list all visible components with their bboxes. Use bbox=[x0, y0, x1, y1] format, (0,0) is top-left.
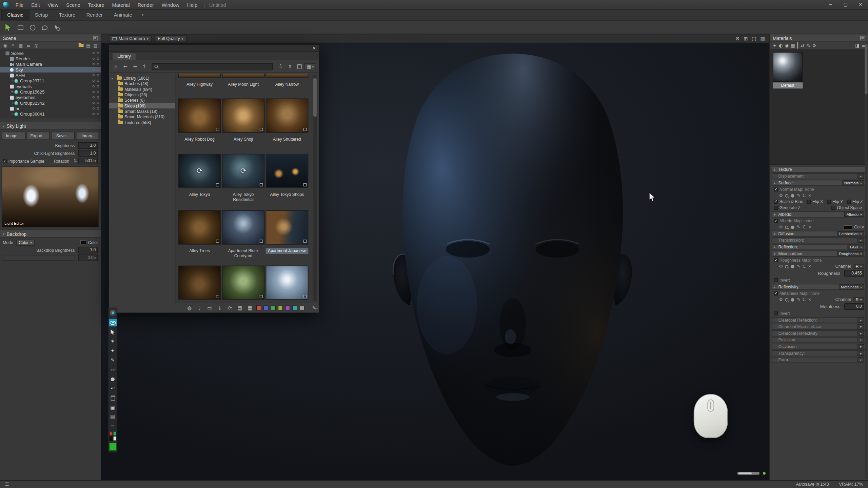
green-swatch[interactable] bbox=[113, 431, 116, 436]
forward-icon[interactable]: → bbox=[131, 62, 139, 70]
flip-z-checkbox[interactable] bbox=[847, 200, 851, 203]
section-albedo[interactable]: ▾ Albedo: Albedo▾ bbox=[772, 211, 866, 218]
visibility-icon[interactable] bbox=[97, 52, 99, 54]
paint-material-icon[interactable]: ✎ bbox=[807, 43, 810, 48]
reflectivity-type-select[interactable]: Metalness▾ bbox=[839, 284, 864, 289]
section-extra[interactable]: Extra:▾ bbox=[772, 357, 866, 363]
material-thumbnail[interactable] bbox=[773, 52, 803, 82]
quality-select[interactable]: Full Quality ▾ bbox=[155, 35, 187, 42]
pipette-icon[interactable]: ◉ bbox=[785, 43, 789, 48]
folder-skies[interactable]: Skies (199) bbox=[109, 103, 175, 108]
tree-expander[interactable]: + bbox=[10, 112, 14, 116]
section-emission[interactable]: Emission:▾ bbox=[772, 337, 866, 343]
magnifier-icon[interactable] bbox=[785, 225, 788, 229]
thumbnail-checkbox[interactable] bbox=[260, 128, 263, 131]
remove-icon[interactable]: × bbox=[808, 193, 812, 198]
trash-icon[interactable] bbox=[797, 43, 798, 48]
thumbnail-checkbox[interactable] bbox=[303, 240, 307, 243]
filter-icon[interactable]: ◨ bbox=[855, 43, 859, 48]
black-swatch[interactable] bbox=[109, 436, 113, 441]
lock-icon[interactable] bbox=[93, 96, 95, 99]
collapse-arrow-icon[interactable]: ▸ bbox=[774, 168, 778, 171]
thumbnail-image[interactable]: ⟳ bbox=[222, 154, 265, 188]
tab-classic[interactable]: Classic bbox=[1, 10, 29, 20]
menu-render[interactable]: Render bbox=[134, 0, 158, 9]
thumbnail-checkbox[interactable] bbox=[216, 128, 219, 131]
diffusion-type-select[interactable]: Lambertian▾ bbox=[837, 231, 864, 236]
download-icon[interactable]: ⇩ bbox=[196, 304, 203, 312]
visibility-icon[interactable] bbox=[97, 68, 99, 71]
thumbnail-image[interactable] bbox=[266, 266, 309, 300]
tab-render[interactable]: Render bbox=[81, 10, 108, 20]
visibility-tool-icon[interactable] bbox=[109, 319, 117, 326]
droplet-icon[interactable]: ● bbox=[791, 297, 794, 302]
collapse-arrow-icon[interactable]: ▾ bbox=[774, 285, 778, 289]
folder-expander[interactable]: ▾ bbox=[111, 76, 115, 80]
rotation-stepper-icon[interactable]: ⇅ bbox=[73, 159, 78, 163]
generate-z-checkbox[interactable] bbox=[774, 206, 777, 209]
capture-tool-icon[interactable]: ▤ bbox=[109, 413, 117, 421]
library-thumbnail[interactable]: Alley Tokyo Shops bbox=[266, 154, 309, 198]
tree-item-eyelashes[interactable]: eyelashes bbox=[0, 95, 101, 100]
library-tab[interactable]: Library bbox=[112, 52, 137, 60]
trash-icon[interactable] bbox=[109, 394, 117, 402]
thumbnail-image[interactable] bbox=[266, 99, 309, 133]
albedo-map-checkbox[interactable] bbox=[774, 219, 777, 223]
split-view-icon[interactable]: ⊞ bbox=[744, 36, 748, 41]
section-select[interactable]: ▾ bbox=[857, 331, 864, 336]
magic-brush-icon[interactable]: ✶ bbox=[109, 338, 117, 345]
lock-icon[interactable] bbox=[93, 102, 95, 104]
filter-purple-swatch[interactable] bbox=[285, 305, 290, 310]
section-displacement[interactable]: Displacement: ▾ bbox=[772, 173, 866, 179]
rect-select-icon[interactable] bbox=[16, 23, 24, 32]
library-thumbnail-selected[interactable]: Apartment Japanese bbox=[266, 210, 309, 254]
lasso-select-icon[interactable] bbox=[40, 23, 48, 32]
folder-textures[interactable]: Textures (558) bbox=[109, 120, 175, 125]
filter-blue-swatch[interactable] bbox=[263, 305, 269, 310]
white-swatch[interactable] bbox=[113, 436, 116, 441]
magnifier-icon[interactable] bbox=[785, 265, 788, 268]
home-icon[interactable]: ⌂ bbox=[112, 62, 120, 70]
tree-item-group32342[interactable]: + Group32342 bbox=[0, 100, 101, 106]
app-tool-logo-icon[interactable] bbox=[109, 309, 117, 317]
export-button[interactable]: Export... bbox=[26, 132, 50, 140]
lock-icon[interactable] bbox=[93, 113, 95, 115]
menu-edit[interactable]: Edit bbox=[27, 0, 44, 9]
remove-icon[interactable]: × bbox=[808, 225, 812, 230]
section-reflectivity[interactable]: ▾ Reflectivity: Metalness▾ bbox=[772, 284, 866, 290]
select-tool-icon[interactable] bbox=[109, 328, 117, 336]
section-occlusion[interactable]: Occlusion:▾ bbox=[772, 344, 866, 350]
magnifier-icon[interactable] bbox=[785, 194, 788, 197]
folder-materials[interactable]: Materials (694) bbox=[109, 86, 175, 92]
thumbnail-image[interactable] bbox=[266, 210, 309, 244]
import-icon[interactable]: ⇩ bbox=[276, 62, 284, 70]
clear-icon[interactable]: C bbox=[803, 225, 806, 230]
thumbnail-image[interactable] bbox=[222, 74, 265, 78]
thumbnail-checkbox[interactable] bbox=[260, 240, 263, 243]
folder-icon[interactable] bbox=[78, 42, 85, 49]
menu-texture[interactable]: Texture bbox=[84, 0, 108, 9]
thumbnail-image[interactable] bbox=[222, 210, 265, 244]
folder-objects[interactable]: Objects (28) bbox=[109, 92, 175, 97]
thumbnail-image[interactable] bbox=[178, 210, 221, 244]
object-space-checkbox[interactable] bbox=[831, 206, 835, 209]
thumbnail-checkbox[interactable] bbox=[260, 183, 263, 186]
visibility-icon[interactable] bbox=[97, 58, 99, 60]
folder-scenes[interactable]: Scenes (6) bbox=[109, 97, 175, 103]
visibility-icon[interactable] bbox=[97, 107, 99, 110]
maximize-viewport-icon[interactable]: ▢ bbox=[752, 36, 756, 41]
droplet-icon[interactable]: ● bbox=[791, 193, 794, 198]
visibility-icon[interactable] bbox=[97, 102, 99, 104]
tree-item-group29711[interactable]: + Group29711 bbox=[0, 78, 101, 83]
metalness-map-checkbox[interactable] bbox=[774, 291, 777, 295]
tree-expander[interactable]: + bbox=[10, 89, 14, 94]
view-mode-select[interactable]: ▦ ▾ bbox=[305, 63, 316, 70]
remove-icon[interactable]: × bbox=[808, 264, 812, 269]
viewport-mini-slider[interactable] bbox=[737, 472, 760, 475]
color-quad-swatch[interactable] bbox=[109, 431, 117, 441]
tab-setup[interactable]: Setup bbox=[29, 10, 54, 20]
thumbnail-image[interactable] bbox=[266, 154, 309, 188]
thumbnail-checkbox[interactable] bbox=[303, 128, 307, 131]
library-thumbnail[interactable]: Apartment Block Courtyard bbox=[222, 210, 265, 259]
droplet-icon[interactable]: ● bbox=[791, 264, 794, 269]
